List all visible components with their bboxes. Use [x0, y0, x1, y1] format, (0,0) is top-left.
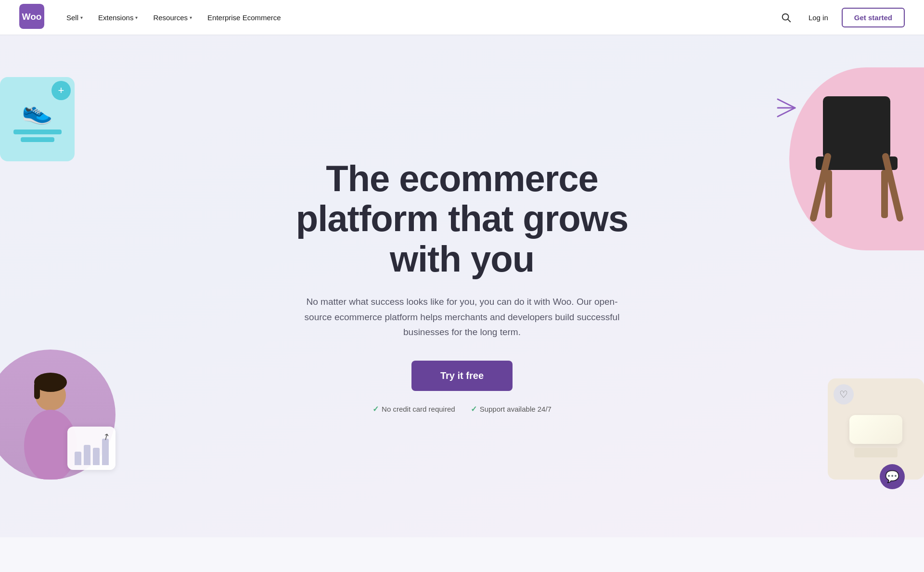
product-bar-2: [21, 137, 54, 142]
extensions-chevron-icon: ▾: [135, 15, 138, 20]
product-bar-1: [13, 130, 62, 134]
search-button[interactable]: [777, 8, 795, 26]
chair-image: [794, 82, 919, 238]
chair-decoration: [770, 67, 924, 260]
hero-title: The ecommerce platform that grows with y…: [296, 158, 628, 279]
heart-icon: ♡: [834, 384, 854, 404]
chart-bar-1: [75, 452, 81, 465]
chat-icon: 💬: [885, 470, 899, 483]
chart-card: ↗: [67, 427, 116, 470]
chart-bar-3: [93, 448, 100, 465]
checkmark-icon-1: ✓: [372, 404, 379, 414]
send-icon: [775, 96, 798, 121]
hero-checks: ✓ No credit card required ✓ Support avai…: [296, 404, 628, 414]
search-icon: [781, 12, 791, 23]
nav-enterprise[interactable]: Enterprise Ecommerce: [201, 10, 288, 26]
nav-extensions[interactable]: Extensions ▾: [91, 10, 144, 26]
hero-content: The ecommerce platform that grows with y…: [296, 158, 628, 414]
svg-text:Woo: Woo: [22, 12, 42, 22]
hero-section: + 👟 ↗ The ecommerce: [0, 0, 924, 537]
soap-image: [849, 415, 902, 444]
soap-product-card: ♡: [828, 378, 924, 480]
chart-bar-2: [84, 445, 90, 465]
sell-chevron-icon: ▾: [80, 15, 83, 20]
nav-sell[interactable]: Sell ▾: [60, 10, 90, 26]
woo-logo[interactable]: Woo: [19, 4, 60, 31]
nav-links: Sell ▾ Extensions ▾ Resources ▾ Enterpri…: [60, 10, 777, 26]
add-icon: +: [51, 81, 71, 100]
login-button[interactable]: Log in: [803, 10, 834, 26]
chat-button[interactable]: 💬: [880, 464, 905, 489]
shoe-image: 👟: [22, 96, 53, 126]
check-support: ✓ Support available 24/7: [471, 404, 552, 414]
navigation: Woo Sell ▾ Extensions ▾ Resources ▾ Ente…: [0, 0, 924, 35]
try-free-button[interactable]: Try it free: [411, 361, 513, 391]
nav-right: Log in Get started: [777, 8, 905, 27]
get-started-button[interactable]: Get started: [842, 8, 905, 27]
svg-rect-9: [823, 96, 890, 159]
checkmark-icon-2: ✓: [471, 404, 477, 414]
svg-line-3: [788, 19, 790, 22]
soap-cloth: [854, 448, 898, 457]
resources-chevron-icon: ▾: [190, 15, 192, 20]
svg-rect-6: [34, 382, 40, 399]
shoe-product-card: + 👟: [0, 77, 75, 161]
check-no-credit-card: ✓ No credit card required: [372, 404, 455, 414]
nav-resources[interactable]: Resources ▾: [146, 10, 199, 26]
hero-subtitle: No matter what success looks like for yo…: [303, 294, 621, 339]
